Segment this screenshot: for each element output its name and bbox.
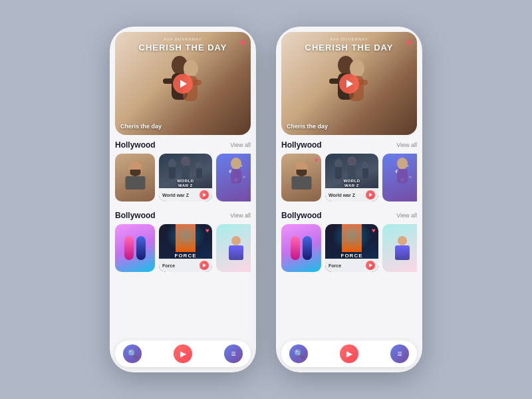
hero-subtitle-right: Cheris the day: [287, 123, 328, 130]
movie-card-force[interactable]: FORCE ♥ Force: [159, 224, 212, 272]
hero-play-button[interactable]: [173, 74, 193, 94]
hero-background-right: AVA DUVERNAY CHERISH THE DAY ♥ Cheris th…: [281, 32, 417, 135]
play-nav-button-right[interactable]: ▶: [340, 344, 358, 363]
wwz-title-bar: World war Z: [159, 188, 212, 201]
beard-man-figure-right: [287, 162, 317, 190]
bollywood-movies-right: FORCE ♥ Force: [281, 224, 417, 272]
svg-point-26: [397, 158, 408, 170]
hollywood-view-all[interactable]: View all: [230, 142, 251, 148]
beard-body-right: [291, 176, 311, 190]
play-nav-button[interactable]: ▶: [174, 344, 192, 363]
hollywood-movies: WORLDWAR Z World war Z: [115, 154, 251, 201]
movie-card-man2[interactable]: [216, 224, 251, 272]
svg-rect-23: [348, 166, 356, 179]
hollywood-title-right: Hollywood: [281, 140, 322, 150]
menu-nav-button[interactable]: ≡: [224, 344, 243, 363]
hollywood-movies-right: ♥ WORLDWAR Z: [281, 154, 417, 201]
bollywood-section-right: Bollywood View all FORCE: [276, 205, 422, 272]
movie-card-dance-right[interactable]: [281, 224, 321, 272]
force-glow-right: [332, 224, 372, 252]
wwz-play-btn-right[interactable]: [366, 190, 375, 200]
svg-rect-2: [163, 78, 174, 84]
search-icon: 🔍: [128, 349, 138, 358]
dance-couple-figure-right: [291, 236, 312, 260]
hollywood-section-left: Hollywood View all: [110, 135, 256, 201]
svg-point-8: [181, 156, 190, 167]
force-title-bar: Force: [159, 259, 212, 272]
movie-card-dance[interactable]: [115, 224, 155, 272]
svg-rect-16: [329, 78, 340, 84]
force-title-text-right: FORCE: [325, 253, 378, 259]
hollywood-view-all-right[interactable]: View all: [396, 142, 417, 148]
force-label: Force: [162, 263, 175, 268]
dancer1-right: [291, 236, 300, 260]
force-play-btn[interactable]: [200, 261, 209, 270]
search-nav-button[interactable]: 🔍: [123, 344, 142, 363]
hollywood-header-right: Hollywood View all: [281, 140, 417, 150]
wwz-text-overlay-right: WORLDWAR Z: [328, 179, 376, 188]
wwz-label: World war Z: [162, 193, 189, 198]
movie-card-blue-right[interactable]: [382, 154, 417, 201]
movie-card-blue[interactable]: [216, 154, 251, 201]
hero-banner-left: AVA DUVERNAY CHERISH THE DAY ♥ Cheris th…: [115, 32, 251, 135]
movie-card-worldwarz[interactable]: WORLDWAR Z World war Z: [159, 154, 212, 201]
man2-head-right: [398, 236, 407, 245]
hero-subtitle-small: AVA DUVERNAY: [115, 37, 251, 41]
hero-heart-icon-right[interactable]: ♥: [406, 37, 412, 48]
dance-couple-figure: [124, 236, 146, 260]
hero-subtitle: Cheris the day: [120, 123, 162, 130]
force-body-right: [342, 224, 362, 252]
svg-point-20: [334, 159, 342, 168]
hero-play-button-right[interactable]: [339, 74, 359, 94]
wwz-play-btn[interactable]: [200, 190, 209, 200]
search-icon-right: 🔍: [294, 349, 304, 358]
phone-right: AVA DUVERNAY CHERISH THE DAY ♥ Cheris th…: [276, 27, 422, 372]
movie-card-worldwarz-right[interactable]: WORLDWAR Z World war Z: [325, 154, 378, 201]
movie-card-man2-right[interactable]: [382, 224, 417, 272]
force-play-btn-right[interactable]: [366, 261, 375, 270]
svg-rect-13: [231, 169, 241, 184]
hero-subtitle-small-right: AVA DUVERNAY: [281, 37, 417, 41]
svg-point-22: [347, 156, 356, 167]
dancer2: [136, 236, 146, 260]
wwz-text-overlay: WORLDWAR Z: [162, 179, 209, 188]
bollywood-section-left: Bollywood View all FORCE: [110, 205, 256, 272]
hollywood-section-right: Hollywood View all ♥: [276, 135, 422, 201]
hero-main-title: CHERISH THE DAY: [115, 43, 251, 53]
menu-nav-button-right[interactable]: ≡: [390, 344, 409, 363]
movie-card-man1[interactable]: [115, 154, 155, 201]
beard-face-right: [295, 162, 308, 176]
hollywood-title: Hollywood: [115, 140, 156, 150]
bollywood-movies: FORCE ♥ Force: [115, 224, 251, 272]
bollywood-view-all-right[interactable]: View all: [396, 212, 417, 219]
man2-figure-right: [395, 236, 410, 260]
man2-head: [231, 236, 241, 245]
svg-rect-25: [362, 168, 368, 178]
man2-body-right: [395, 245, 410, 260]
hero-main-title-right: CHERISH THE DAY: [281, 43, 417, 53]
bottom-nav-right: 🔍 ▶ ≡: [281, 340, 417, 367]
beard-right: [296, 170, 307, 176]
force-label-right: Force: [329, 263, 341, 268]
force-heart-icon[interactable]: ♥: [205, 227, 209, 234]
movie-card-man1-right[interactable]: ♥: [281, 154, 321, 201]
svg-point-6: [168, 159, 176, 168]
bollywood-view-all[interactable]: View all: [230, 212, 251, 219]
force-title-bar-right: Force: [325, 259, 378, 272]
search-nav-button-right[interactable]: 🔍: [289, 344, 308, 363]
hero-banner-right: AVA DUVERNAY CHERISH THE DAY ♥ Cheris th…: [281, 32, 417, 135]
movie-card-force-right[interactable]: FORCE ♥ Force: [325, 224, 378, 272]
force-heart-icon-right[interactable]: ♥: [372, 227, 376, 234]
svg-rect-7: [169, 167, 176, 179]
blue-figure-right: [382, 154, 417, 188]
force-glow: [166, 224, 205, 252]
bollywood-header: Bollywood View all: [115, 211, 251, 220]
force-title-text: FORCE: [159, 253, 212, 259]
svg-rect-21: [335, 167, 342, 179]
play-nav-icon: ▶: [180, 349, 186, 358]
wwz-label-right: World war Z: [329, 193, 355, 198]
svg-rect-11: [196, 168, 202, 178]
bollywood-title: Bollywood: [115, 211, 156, 220]
hero-heart-icon[interactable]: ♥: [240, 37, 245, 48]
svg-rect-9: [182, 166, 190, 179]
